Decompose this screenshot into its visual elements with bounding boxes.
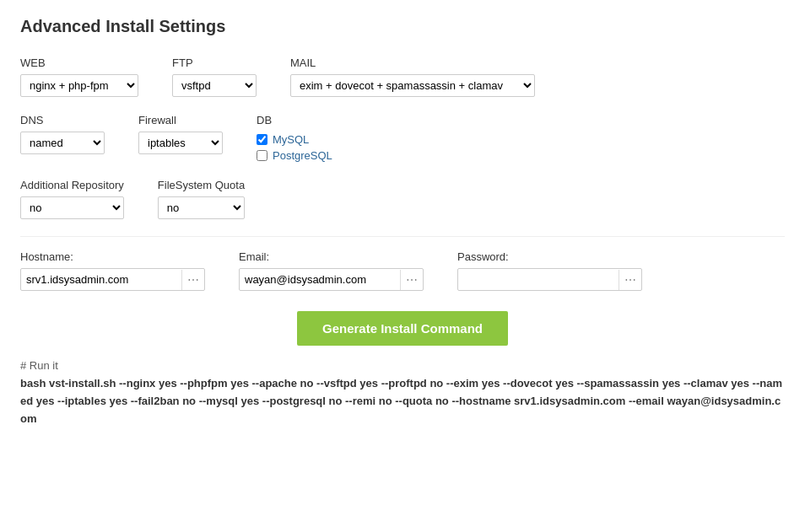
web-group: WEB nginx + php-fpm apache + php-fpm ngi… [20,56,138,97]
postgresql-checkbox[interactable] [257,150,267,161]
email-edit-icon[interactable]: ⋯ [400,270,423,290]
mysql-checkbox[interactable] [257,134,267,145]
mail-select[interactable]: exim + dovecot + spamassassin + clamav e… [290,74,535,97]
additional-repo-group: Additional Repository no yes [20,179,124,219]
hostname-label: Hostname: [20,250,205,263]
dns-label: DNS [20,114,105,126]
mysql-row: MySQL [257,133,341,146]
row-web-ftp-mail: WEB nginx + php-fpm apache + php-fpm ngi… [20,56,785,97]
filesystem-quota-label: FileSystem Quota [158,179,245,191]
output-command: bash vst-install.sh --nginx yes --phpfpm… [20,375,785,427]
email-label: Email: [239,250,424,263]
hostname-input-wrapper: ⋯ [20,268,205,291]
mail-group: MAIL exim + dovecot + spamassassin + cla… [290,56,535,97]
mysql-label: MySQL [273,133,309,146]
postgresql-label: PostgreSQL [273,149,332,162]
row-dns-firewall-db: DNS named bind no Firewall iptables no D… [20,114,785,162]
hostname-edit-icon[interactable]: ⋯ [181,270,204,290]
db-label: DB [257,114,341,126]
firewall-group: Firewall iptables no [138,114,223,162]
button-row: Generate Install Command [20,311,785,346]
web-label: WEB [20,56,138,69]
email-input-wrapper: ⋯ [239,268,424,291]
filesystem-quota-group: FileSystem Quota no yes [158,179,245,219]
email-group: Email: ⋯ [239,250,424,291]
dns-select[interactable]: named bind no [20,132,105,154]
hostname-input[interactable] [21,269,181,290]
generate-button[interactable]: Generate Install Command [297,311,508,346]
email-input[interactable] [240,269,400,290]
filesystem-quota-select[interactable]: no yes [158,196,245,219]
ftp-group: FTP vsftpd proftpd no [172,56,257,97]
db-group: DB MySQL PostgreSQL [257,114,341,162]
password-input[interactable] [458,269,619,290]
web-select[interactable]: nginx + php-fpm apache + php-fpm nginx o… [20,74,138,97]
password-edit-icon[interactable]: ⋯ [619,270,641,290]
hostname-group: Hostname: ⋯ [20,250,205,291]
additional-repo-label: Additional Repository [20,179,124,191]
output-section: # Run it bash vst-install.sh --nginx yes… [20,359,785,427]
password-label: Password: [457,250,642,263]
dns-group: DNS named bind no [20,114,105,162]
page-title: Advanced Install Settings [20,17,785,36]
password-input-wrapper: ⋯ [457,268,642,291]
password-group: Password: ⋯ [457,250,642,291]
mail-label: MAIL [290,56,535,69]
row-hostname-email-password: Hostname: ⋯ Email: ⋯ Password: ⋯ [20,250,785,291]
output-comment: # Run it [20,359,785,372]
firewall-select[interactable]: iptables no [138,132,223,154]
additional-repo-select[interactable]: no yes [20,196,124,219]
postgresql-row: PostgreSQL [257,149,341,162]
ftp-label: FTP [172,56,257,69]
firewall-label: Firewall [138,114,223,126]
row-repo-quota: Additional Repository no yes FileSystem … [20,179,785,219]
divider [20,236,785,237]
ftp-select[interactable]: vsftpd proftpd no [172,74,257,97]
